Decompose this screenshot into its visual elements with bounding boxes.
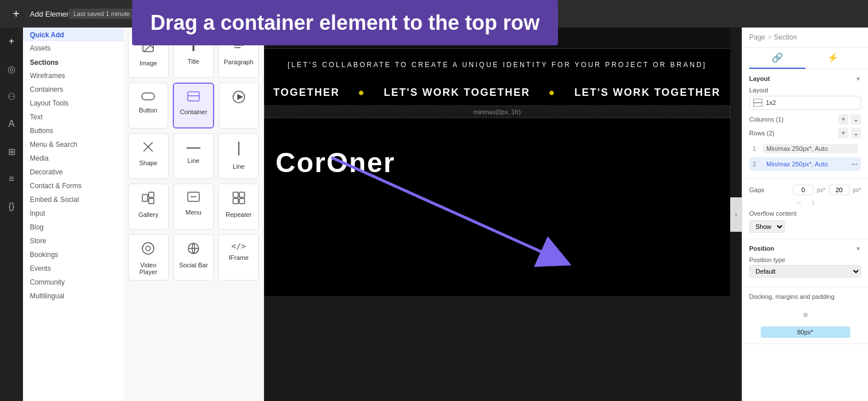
panel-menu-search[interactable]: Menu & Search xyxy=(23,138,123,151)
menu-label: Menu xyxy=(185,209,202,216)
right-panel-tabs: 🔗 ⚡ xyxy=(742,48,868,69)
svg-rect-5 xyxy=(142,93,154,100)
sidebar-code-icon[interactable]: {} xyxy=(2,197,21,216)
video-player-grid-item[interactable]: Video Player xyxy=(128,234,169,281)
gap-h-arrow: ↔ xyxy=(796,198,803,207)
rows-add-btn[interactable]: + xyxy=(838,128,848,138)
panel-multilingual[interactable]: Multilingual xyxy=(23,289,123,303)
row-item-2[interactable]: 2 Min/max 250px*, Auto ••• xyxy=(749,157,861,171)
collaborate-text: [LET'S COLLABORATE TO CREATE A UNIQUE ID… xyxy=(288,61,707,69)
elements-grid-panel: Image T Title Paragraph xyxy=(123,28,264,401)
line-v-icon xyxy=(236,141,242,159)
svg-rect-21 xyxy=(233,198,238,204)
layout-option[interactable]: 1x2 xyxy=(749,96,861,110)
panel-media[interactable]: Media xyxy=(23,151,123,165)
sidebar-text-icon[interactable]: A xyxy=(2,115,21,133)
panel-store[interactable]: Store xyxy=(23,234,123,248)
panel-collapse-button[interactable]: › xyxy=(730,197,742,232)
gaps-h-input[interactable] xyxy=(793,185,813,195)
layout-tab[interactable]: 🔗 xyxy=(749,48,805,69)
right-panel: Page > Section 🔗 ⚡ Layout ▼ Layout 1x2 xyxy=(742,28,868,401)
docking-label: Docking, margins and padding xyxy=(749,293,835,300)
breadcrumb-section: Section xyxy=(774,33,797,41)
row-more-icon[interactable]: ••• xyxy=(851,161,858,168)
sidebar-users-icon[interactable]: ⚇ xyxy=(2,87,21,106)
position-type-select[interactable]: Default xyxy=(749,265,861,278)
lightning-tab[interactable]: ⚡ xyxy=(805,48,862,69)
shape-grid-item[interactable]: Shape xyxy=(128,133,169,179)
svg-rect-19 xyxy=(233,192,238,197)
panel-layout-tools[interactable]: Layout Tools xyxy=(23,96,123,110)
repeater-grid-item[interactable]: Repeater xyxy=(218,184,259,229)
panel-buttons[interactable]: Buttons xyxy=(23,124,123,138)
sidebar-add-icon[interactable]: + xyxy=(2,32,21,50)
panel-contact-forms[interactable]: Contact & Forms xyxy=(23,179,123,193)
arrow-overlay xyxy=(264,118,730,292)
panel-sections[interactable]: Sections xyxy=(23,55,123,69)
grid-row-4: Gallery Menu xyxy=(128,184,259,229)
panel-embed-social[interactable]: Embed & Social xyxy=(23,193,123,207)
columns-add-btn[interactable]: + xyxy=(838,114,848,124)
svg-point-24 xyxy=(146,246,150,251)
gallery-grid-item[interactable]: Gallery xyxy=(128,184,169,229)
menu-grid-item[interactable]: Menu xyxy=(173,184,214,229)
docking-dot xyxy=(803,313,808,317)
panel-wireframes[interactable]: Wireframes xyxy=(23,69,123,83)
position-collapse-icon[interactable]: ▼ xyxy=(855,246,861,252)
canvas-inner-text xyxy=(264,118,730,137)
columns-expand-btn[interactable]: ⌄ xyxy=(851,114,861,124)
svg-point-23 xyxy=(142,243,154,254)
sidebar-grid-icon[interactable]: ⊞ xyxy=(2,142,21,161)
sidebar-table-icon[interactable]: ≡ xyxy=(2,170,21,188)
panel-decorative[interactable]: Decorative xyxy=(23,165,123,179)
social-bar-grid-item[interactable]: Social Bar xyxy=(173,234,214,281)
line-h-grid-item[interactable]: Line xyxy=(173,133,214,179)
docking-section: Docking, margins and padding 80px* xyxy=(742,287,868,344)
top-bar-left: + Add Elements xyxy=(7,5,76,23)
canvas-black-area: CorOner xyxy=(264,118,730,296)
panel-assets[interactable]: Assets xyxy=(23,41,123,55)
social-bar-label: Social Bar xyxy=(179,262,208,268)
position-section: Position ▼ Position type Default xyxy=(742,239,868,287)
layout-title-text: Layout xyxy=(749,75,770,82)
panel-quick-add[interactable]: Quick Add xyxy=(23,28,123,41)
button-icon xyxy=(141,90,155,103)
right-panel-breadcrumb: Page > Section xyxy=(742,28,868,48)
add-button[interactable]: + xyxy=(7,5,25,23)
collaborate-section: [LET'S COLLABORATE TO CREATE A UNIQUE ID… xyxy=(264,49,730,80)
panel-text[interactable]: Text xyxy=(23,110,123,124)
columns-label: Columns (1) xyxy=(749,116,784,123)
line-v-grid-item[interactable]: Line xyxy=(218,133,259,179)
repeater-label: Repeater xyxy=(226,211,251,218)
panel-bookings[interactable]: Bookings xyxy=(23,248,123,262)
row-item-1[interactable]: 1 Min/max 250px*, Auto xyxy=(749,142,861,155)
rows-expand-btn[interactable]: ⌄ xyxy=(851,128,861,138)
overflow-select[interactable]: Show xyxy=(749,220,785,233)
panel-community[interactable]: Community xyxy=(23,275,123,289)
marquee-section: TOGETHER ● LET'S WORK TOGETHER ● LET'S W… xyxy=(264,80,730,106)
button-grid-item[interactable]: Button xyxy=(128,83,168,129)
size-bar-container: 80px* xyxy=(749,326,861,338)
container-grid-item[interactable]: Container xyxy=(173,83,214,129)
panel-containers[interactable]: Containers xyxy=(23,83,123,96)
video-player-label: Video Player xyxy=(132,262,165,275)
title-label: Title xyxy=(188,58,199,65)
grid-row-2: Button Container xyxy=(128,83,259,129)
svg-marker-9 xyxy=(238,95,242,99)
panel-events[interactable]: Events xyxy=(23,262,123,275)
row-num-1: 1 xyxy=(753,145,760,152)
panel-blog[interactable]: Blog xyxy=(23,220,123,234)
video-play-grid-item[interactable] xyxy=(219,83,259,129)
columns-btns: + ⌄ xyxy=(838,114,861,124)
icon-sidebar: + ◎ ⚇ A ⊞ ≡ {} xyxy=(0,28,23,401)
iframe-label: IFrame xyxy=(228,254,249,261)
marquee-inner: TOGETHER ● LET'S WORK TOGETHER ● LET'S W… xyxy=(264,87,730,99)
panel-input[interactable]: Input xyxy=(23,207,123,220)
iframe-grid-item[interactable]: </> IFrame xyxy=(218,234,259,281)
row-value-1: Min/max 250px*, Auto xyxy=(763,144,858,153)
layout-collapse-icon[interactable]: ▼ xyxy=(855,76,861,82)
position-type-label: Position type xyxy=(749,256,785,263)
gaps-v-input[interactable] xyxy=(829,185,850,195)
layout-section-title: Layout ▼ xyxy=(749,75,861,82)
sidebar-compass-icon[interactable]: ◎ xyxy=(2,60,21,78)
